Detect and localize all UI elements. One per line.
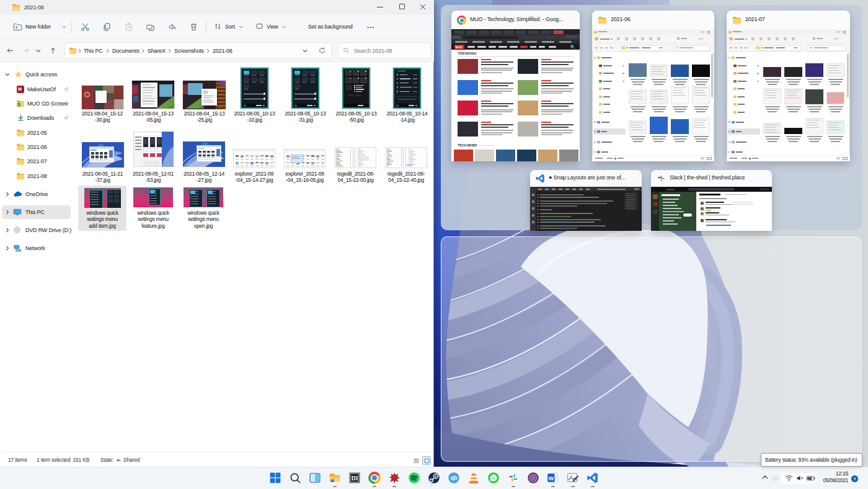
svg-text:DI: DI — [351, 475, 358, 482]
svg-text:W: W — [549, 475, 554, 482]
svg-text:qb: qb — [451, 475, 458, 481]
